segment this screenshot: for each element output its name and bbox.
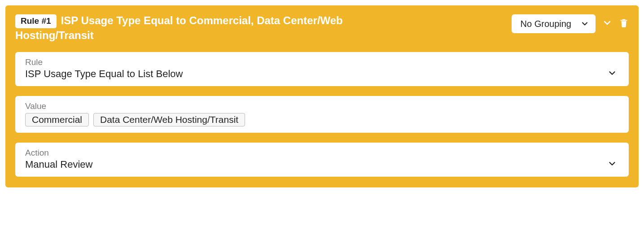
value-field-block[interactable]: Value Commercial Data Center/Web Hosting… [15, 96, 629, 133]
action-field-label: Action [25, 148, 619, 158]
value-tag[interactable]: Commercial [25, 113, 89, 126]
action-field-row: Manual Review [25, 159, 619, 170]
rule-field-value: ISP Usage Type Equal to List Below [25, 68, 183, 80]
rule-field-row: ISP Usage Type Equal to List Below [25, 68, 619, 80]
rule-field-label: Rule [25, 57, 619, 67]
delete-button[interactable] [619, 17, 629, 30]
header-controls: No Grouping [512, 14, 629, 33]
rule-title-wrap: Rule #1ISP Usage Type Equal to Commercia… [15, 13, 365, 42]
value-tag[interactable]: Data Center/Web Hosting/Transit [93, 113, 245, 126]
chevron-down-icon [602, 17, 613, 30]
chevron-down-icon[interactable] [607, 159, 619, 170]
grouping-selected-label: No Grouping [521, 19, 571, 29]
grouping-select[interactable]: No Grouping [512, 14, 596, 33]
chevron-down-icon[interactable] [607, 68, 619, 80]
rule-badge: Rule #1 [15, 14, 57, 28]
rule-title-text: ISP Usage Type Equal to Commercial, Data… [15, 14, 343, 41]
rule-field-block[interactable]: Rule ISP Usage Type Equal to List Below [15, 52, 629, 86]
collapse-button[interactable] [602, 17, 613, 30]
rule-title: Rule #1ISP Usage Type Equal to Commercia… [15, 13, 365, 42]
action-field-value: Manual Review [25, 159, 92, 170]
value-tags: Commercial Data Center/Web Hosting/Trans… [25, 113, 619, 126]
rule-card: Rule #1ISP Usage Type Equal to Commercia… [5, 5, 639, 187]
value-field-label: Value [25, 101, 619, 111]
rule-header: Rule #1ISP Usage Type Equal to Commercia… [15, 13, 629, 42]
trash-icon [619, 17, 629, 30]
chevron-down-icon [580, 19, 589, 28]
action-field-block[interactable]: Action Manual Review [15, 143, 629, 177]
